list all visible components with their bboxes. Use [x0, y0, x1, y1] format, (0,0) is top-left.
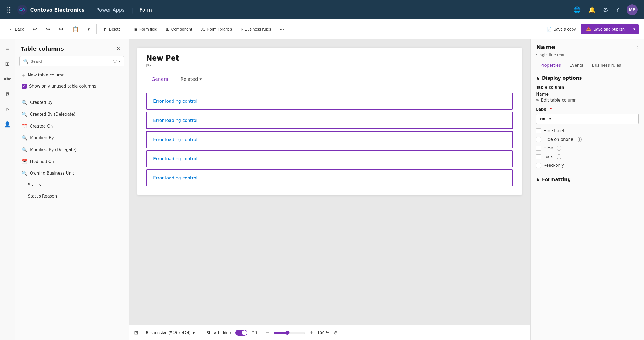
search-input[interactable] — [31, 59, 110, 64]
show-hidden-toggle[interactable] — [235, 330, 247, 336]
col-search-icon-4: 🔍 — [22, 147, 27, 152]
globe-icon[interactable]: 🌐 — [573, 6, 581, 13]
nav-icon-layers[interactable]: ⧉ — [2, 89, 13, 99]
app-title: Power Apps — [96, 7, 125, 13]
lock-info-icon[interactable]: i — [557, 154, 561, 159]
formatting-section[interactable]: ∧ Formatting — [536, 177, 639, 182]
redo-button[interactable]: ↪ — [42, 24, 54, 35]
fit-screen-icon[interactable]: ⊕ — [334, 330, 338, 335]
search-box: 🔍 ▽ ▾ — [19, 56, 124, 66]
form-tabs: General Related ▾ — [146, 73, 513, 86]
list-item[interactable]: ▭ Status — [19, 179, 124, 191]
read-only-checkbox[interactable]: Read-only — [536, 163, 639, 168]
nav-icon-js[interactable]: JS — [2, 104, 13, 115]
search-icon: 🔍 — [23, 59, 28, 64]
list-item[interactable]: ▭ Status Reason — [19, 191, 124, 202]
nav-icon-hamburger[interactable]: ≡ — [2, 43, 13, 54]
zoom-label: 100 % — [317, 331, 329, 335]
back-button[interactable]: ← Back — [5, 25, 28, 34]
responsive-chevron-icon: ▾ — [193, 331, 195, 335]
hide-on-phone-info-icon[interactable]: i — [577, 137, 582, 142]
tab-properties[interactable]: Properties — [536, 60, 565, 71]
error-control-4[interactable]: Error loading control — [146, 169, 513, 186]
business-rules-button[interactable]: ⟐ Business rules — [237, 25, 275, 34]
list-item[interactable]: 🔍 Created By — [19, 96, 124, 108]
required-asterisk: * — [550, 107, 552, 111]
right-panel-header: Name › — [531, 39, 644, 52]
zoom-in-button[interactable]: + — [308, 329, 315, 336]
paste-button[interactable]: 📋 — [68, 24, 83, 35]
form-label: Form — [140, 7, 152, 13]
form-libraries-button[interactable]: JS Form libraries — [197, 25, 236, 34]
nav-icon-person[interactable]: 👤 — [2, 119, 13, 130]
brand-name: Contoso Electronics — [30, 7, 84, 13]
hide-label-checkbox[interactable]: Hide label — [536, 128, 639, 133]
save-publish-dropdown[interactable]: ▾ — [630, 24, 639, 34]
tab-events[interactable]: Events — [565, 60, 588, 71]
toggle-off-label: Off — [252, 331, 257, 335]
delete-button[interactable]: 🗑 Delete — [99, 25, 124, 34]
zoom-out-button[interactable]: − — [264, 329, 271, 336]
component-button[interactable]: ⊞ Component — [162, 25, 196, 34]
waffle-icon[interactable]: ⣿ — [6, 6, 11, 14]
nav-icon-text[interactable]: Abc — [2, 74, 13, 84]
field-name-value: Name — [536, 92, 639, 97]
form-field-icon: ▣ — [134, 27, 138, 32]
error-control-1[interactable]: Error loading control — [146, 112, 513, 129]
gear-icon[interactable]: ⚙ — [603, 6, 609, 13]
hide-info-icon[interactable]: i — [557, 146, 561, 151]
error-control-0[interactable]: Error loading control — [146, 93, 513, 110]
undo-button[interactable]: ↩ — [29, 24, 41, 35]
list-item[interactable]: 📅 Created On — [19, 120, 124, 132]
panel-header: Table columns ✕ — [15, 39, 129, 56]
lock-cb-box — [536, 154, 541, 159]
canvas-footer: ⊡ Responsive (549 x 474) ▾ Show hidden O… — [129, 325, 530, 340]
left-icon-bar: ≡ ⊞ Abc ⧉ JS 👤 — [0, 39, 15, 340]
list-item[interactable]: 🔍 Modified By (Delegate) — [19, 144, 124, 156]
help-icon[interactable]: ? — [616, 6, 619, 13]
paste-icon: 📋 — [72, 26, 79, 32]
right-panel-body: ∧ Display options Table column Name ✏ Ed… — [531, 71, 644, 186]
form-card: New Pet Pet General Related ▾ Error load… — [137, 48, 522, 195]
filter-chevron-icon[interactable]: ▾ — [119, 59, 121, 64]
hide-on-phone-checkbox[interactable]: Hide on phone i — [536, 137, 639, 142]
bell-icon[interactable]: 🔔 — [588, 6, 596, 13]
label-input[interactable] — [536, 114, 639, 124]
table-column-label: Table column — [536, 85, 639, 89]
new-table-column-button[interactable]: + New table column — [19, 69, 124, 81]
chevron-down-icon: ▾ — [88, 27, 90, 32]
cut-button[interactable]: ✂ — [55, 24, 67, 35]
save-copy-button[interactable]: 📄 Save a copy — [543, 25, 580, 34]
tab-related[interactable]: Related ▾ — [175, 73, 207, 86]
filter-icon[interactable]: ▽ — [113, 59, 117, 64]
hide-checkbox[interactable]: Hide i — [536, 146, 639, 151]
list-item[interactable]: 🔍 Owning Business Unit — [19, 167, 124, 179]
list-item[interactable]: 📅 Modified On — [19, 156, 124, 167]
edit-table-column-link[interactable]: ✏ Edit table column — [536, 98, 639, 103]
panel-close-button[interactable]: ✕ — [114, 44, 123, 53]
lock-checkbox[interactable]: Lock i — [536, 154, 639, 159]
form-field-button[interactable]: ▣ Form field — [130, 25, 161, 34]
toolbar-divider-1 — [96, 24, 97, 34]
error-control-2[interactable]: Error loading control — [146, 131, 513, 148]
list-item[interactable]: 🔍 Created By (Delegate) — [19, 108, 124, 120]
error-control-3[interactable]: Error loading control — [146, 150, 513, 167]
save-publish-button[interactable]: 📤 Save and publish — [581, 24, 630, 34]
display-options-section[interactable]: ∧ Display options — [536, 75, 639, 81]
tab-general[interactable]: General — [146, 73, 175, 86]
nav-icon-grid[interactable]: ⊞ — [2, 58, 13, 69]
list-item[interactable]: 🔍 Modified By — [19, 132, 124, 144]
save-publish-chevron-icon: ▾ — [633, 27, 635, 31]
right-panel-subtitle: Single-line text — [531, 52, 644, 60]
avatar[interactable]: MP — [627, 4, 638, 15]
related-chevron-icon: ▾ — [200, 76, 202, 82]
responsive-button[interactable]: Responsive (549 x 474) ▾ — [143, 329, 198, 336]
col-status-icon-8: ▭ — [22, 194, 25, 198]
show-only-unused-checkbox[interactable]: ✓ Show only unused table columns — [19, 82, 124, 91]
dropdown-arrow-button[interactable]: ▾ — [84, 25, 94, 34]
tab-business-rules[interactable]: Business rules — [588, 60, 626, 71]
more-options-button[interactable]: ••• — [276, 25, 288, 34]
right-panel-chevron-icon[interactable]: › — [637, 44, 639, 50]
panel-title: Table columns — [21, 45, 64, 52]
zoom-slider[interactable] — [273, 331, 306, 335]
